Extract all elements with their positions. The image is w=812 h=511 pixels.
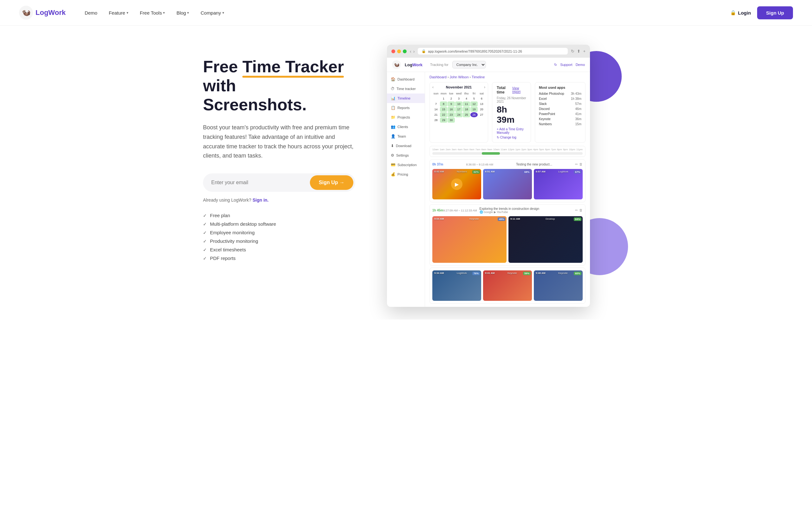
cal-day[interactable]: 14 xyxy=(432,107,440,112)
timeline-bar[interactable] xyxy=(432,152,583,155)
thumb-percent: 49% xyxy=(498,217,505,221)
edit-icon[interactable]: ✏ xyxy=(575,162,578,167)
nav-blog[interactable]: Blog ▾ xyxy=(176,10,189,16)
hero-section: Free Time Tracker withScreenshots. Boost… xyxy=(184,26,628,320)
breadcrumb-timeline[interactable]: Timeline xyxy=(472,75,485,79)
cal-day[interactable]: 24 xyxy=(455,112,462,117)
sidebar-item-clients[interactable]: 👥 Clients xyxy=(387,122,425,131)
breadcrumb-user[interactable]: John Wilson xyxy=(450,75,469,79)
cal-day[interactable]: 17 xyxy=(455,107,462,112)
cal-day[interactable]: 9 xyxy=(447,101,455,107)
sidebar-item-team[interactable]: 👤 Team xyxy=(387,131,425,141)
sidebar-item-projects[interactable]: 📁 Projects xyxy=(387,113,425,122)
cal-day[interactable]: 8 xyxy=(440,101,447,107)
cal-day[interactable]: 29 xyxy=(440,118,447,123)
screenshot-thumb[interactable]: 9:41 AM Keynote 59% xyxy=(483,270,532,301)
change-log-button[interactable]: ↻ Change log xyxy=(497,136,526,139)
cal-day[interactable]: 22 xyxy=(440,112,447,117)
cal-day[interactable]: 7 xyxy=(432,101,440,107)
screenshot-thumb[interactable]: 9:11 AM Desktop 84% xyxy=(509,216,583,263)
close-dot[interactable] xyxy=(392,50,395,53)
cal-day[interactable]: 2 xyxy=(447,96,455,101)
subscription-icon: 💳 xyxy=(391,162,396,167)
login-button[interactable]: 🔒 Login xyxy=(730,10,751,16)
demo-link[interactable]: Demo xyxy=(576,63,585,66)
cal-day[interactable]: 27 xyxy=(478,112,485,117)
cal-day[interactable]: 20 xyxy=(478,107,485,112)
sidebar-item-pricing[interactable]: 💰 Pricing xyxy=(387,170,425,179)
cal-day[interactable]: 6 xyxy=(478,96,485,101)
share-icon[interactable]: ⬆ xyxy=(577,49,580,54)
refresh-icon[interactable]: ↻ xyxy=(554,63,557,67)
logo[interactable]: 🦦 LogWork xyxy=(19,6,66,20)
cal-day[interactable]: 30 xyxy=(447,118,455,123)
cal-day[interactable]: 15 xyxy=(440,107,447,112)
screenshot-thumb[interactable]: 9:34 AM LogWork 76% xyxy=(432,270,481,301)
sidebar-item-reports[interactable]: 📋 Reports xyxy=(387,103,425,113)
refresh-icon[interactable]: ↻ xyxy=(571,49,574,54)
support-link[interactable]: Support xyxy=(560,63,573,66)
cal-day[interactable]: 21 xyxy=(432,112,440,117)
screenshot-thumb[interactable]: 8:57 AM LogWork 67% xyxy=(534,169,583,200)
thumb-time: 9:11 AM xyxy=(510,217,520,220)
breadcrumb-dashboard[interactable]: Dashboard xyxy=(430,75,446,79)
session-2-header: 1h 45m 9:27:09 AM – 11:12:33 AM Explorin… xyxy=(432,207,583,214)
nav-free-tools[interactable]: Free Tools ▾ xyxy=(140,10,165,16)
sidebar-item-download[interactable]: ⬇ Download xyxy=(387,141,425,151)
signup-button[interactable]: Sign Up xyxy=(757,6,793,19)
sidebar-label: Pricing xyxy=(398,173,408,176)
cal-day xyxy=(455,118,462,123)
cal-day[interactable]: 12 xyxy=(470,101,478,107)
cal-day[interactable]: 18 xyxy=(463,107,470,112)
forward-button[interactable]: › xyxy=(413,49,415,54)
cal-day[interactable]: 16 xyxy=(447,107,455,112)
add-time-entry-button[interactable]: + Add a Time Entry Manually xyxy=(497,127,526,134)
nav-company[interactable]: Company ▾ xyxy=(200,10,224,16)
add-tab-icon[interactable]: + xyxy=(583,49,585,54)
play-button[interactable]: ▶ xyxy=(451,178,462,190)
screenshot-thumb[interactable]: 8:51 AM 68% xyxy=(483,169,532,200)
screenshot-thumb[interactable]: 9:48 AM Keynote 60% xyxy=(534,270,583,301)
view-report-link[interactable]: View report xyxy=(512,87,526,93)
edit-icon[interactable]: ✏ xyxy=(575,208,578,212)
cal-day[interactable]: 3 xyxy=(455,96,462,101)
lock-icon: 🔒 xyxy=(422,49,426,53)
maximize-dot[interactable] xyxy=(403,50,407,53)
screenshot-thumb[interactable]: 9:04 AM Keynote 49% xyxy=(432,216,506,263)
play-overlay[interactable]: ▶ xyxy=(432,169,481,200)
hero-right: ‹ › 🔒 app.logwork.com/timeline/789769189… xyxy=(387,45,609,307)
thumb-time: 9:48 AM xyxy=(536,272,545,274)
signin-link[interactable]: Sign in. xyxy=(253,198,269,203)
delete-icon[interactable]: 🗑 xyxy=(579,208,583,212)
cal-day[interactable]: 13 xyxy=(478,101,485,107)
delete-icon[interactable]: 🗑 xyxy=(579,162,583,167)
sidebar-item-dashboard[interactable]: 🏠 Dashboard xyxy=(387,74,425,84)
sidebar-item-subscription[interactable]: 💳 Subscription xyxy=(387,160,425,170)
browser-url-bar[interactable]: 🔒 app.logwork.com/timeline/7897691891705… xyxy=(418,48,568,55)
form-signup-button[interactable]: Sign Up → xyxy=(310,175,353,190)
cal-next-button[interactable]: › xyxy=(484,85,485,89)
cal-day[interactable]: 28 xyxy=(432,118,440,123)
cal-day[interactable]: 4 xyxy=(463,96,470,101)
nav-feature[interactable]: Feature ▾ xyxy=(109,10,128,16)
sidebar-item-settings[interactable]: ⚙ Settings xyxy=(387,151,425,160)
screenshot-thumb[interactable]: 8:43 AM Numbers 82% ▶ xyxy=(432,169,481,200)
cal-day[interactable]: 5 xyxy=(470,96,478,101)
sidebar-item-timetracker[interactable]: ⏱ Time tracker xyxy=(387,84,425,93)
sidebar-item-timeline[interactable]: 📊 Timeline xyxy=(387,93,425,103)
cal-day[interactable]: 19 xyxy=(470,107,478,112)
cal-day[interactable]: 23 xyxy=(447,112,455,117)
cal-day[interactable]: 25 xyxy=(463,112,470,117)
nav-demo[interactable]: Demo xyxy=(85,10,97,16)
email-input[interactable] xyxy=(205,175,310,190)
minimize-dot[interactable] xyxy=(397,50,401,53)
cal-day-today[interactable]: 26 xyxy=(470,112,478,117)
cal-day[interactable]: 1 xyxy=(440,96,447,101)
back-button[interactable]: ‹ xyxy=(410,49,411,54)
list-item: Numbers 15m xyxy=(539,122,581,126)
cal-day[interactable]: 10 xyxy=(455,101,462,107)
thumb-time: 8:51 AM xyxy=(485,170,494,173)
cal-day[interactable]: 11 xyxy=(463,101,470,107)
company-select[interactable]: Company Inc. xyxy=(452,61,486,68)
cal-prev-button[interactable]: ‹ xyxy=(432,85,434,89)
